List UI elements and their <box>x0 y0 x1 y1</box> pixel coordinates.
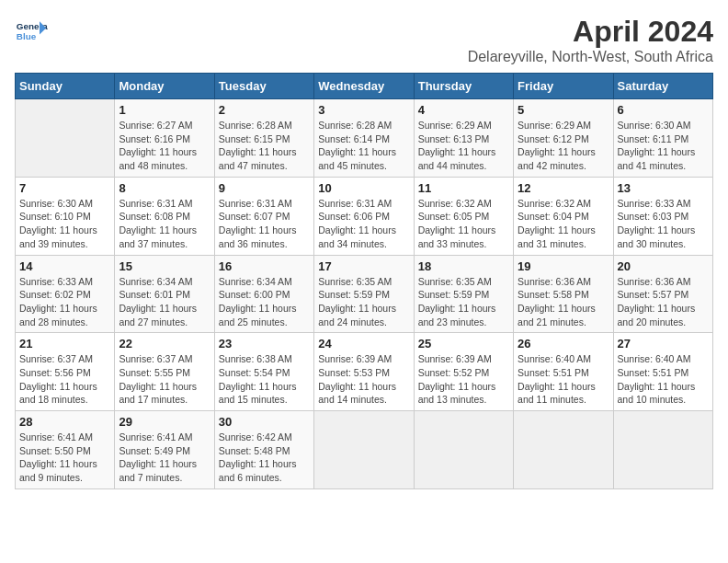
day-number: 8 <box>119 181 210 195</box>
calendar-header: General Blue April 2024 Delareyville, No… <box>15 15 713 65</box>
day-number: 17 <box>318 259 409 273</box>
day-info: Sunrise: 6:30 AM Sunset: 6:11 PM Dayligh… <box>618 119 709 173</box>
day-info: Sunrise: 6:31 AM Sunset: 6:07 PM Dayligh… <box>219 197 310 251</box>
day-info: Sunrise: 6:40 AM Sunset: 5:51 PM Dayligh… <box>618 352 709 407</box>
col-friday: Friday <box>514 74 613 99</box>
day-number: 27 <box>618 337 709 350</box>
day-info: Sunrise: 6:37 AM Sunset: 5:56 PM Dayligh… <box>19 352 110 407</box>
day-number: 23 <box>219 337 310 350</box>
calendar-week-3: 14Sunrise: 6:33 AM Sunset: 6:02 PM Dayli… <box>16 255 713 333</box>
title-area: April 2024 Delareyville, North-West, Sou… <box>468 15 713 65</box>
day-info: Sunrise: 6:36 AM Sunset: 5:57 PM Dayligh… <box>618 275 709 329</box>
calendar-cell: 13Sunrise: 6:33 AM Sunset: 6:03 PM Dayli… <box>613 177 712 255</box>
day-number: 6 <box>618 103 709 117</box>
calendar-cell: 20Sunrise: 6:36 AM Sunset: 5:57 PM Dayli… <box>613 255 712 333</box>
day-info: Sunrise: 6:41 AM Sunset: 5:50 PM Dayligh… <box>19 431 110 485</box>
calendar-week-2: 7Sunrise: 6:30 AM Sunset: 6:10 PM Daylig… <box>16 177 713 255</box>
header-row: Sunday Monday Tuesday Wednesday Thursday… <box>16 74 713 99</box>
day-number: 9 <box>219 181 310 195</box>
calendar-cell <box>16 99 115 178</box>
day-info: Sunrise: 6:32 AM Sunset: 6:04 PM Dayligh… <box>518 197 609 251</box>
col-monday: Monday <box>115 74 214 99</box>
day-number: 19 <box>518 259 609 273</box>
calendar-cell: 10Sunrise: 6:31 AM Sunset: 6:06 PM Dayli… <box>314 177 414 255</box>
day-number: 26 <box>518 337 609 350</box>
day-number: 11 <box>418 181 509 195</box>
day-info: Sunrise: 6:33 AM Sunset: 6:03 PM Dayligh… <box>618 197 709 251</box>
calendar-cell: 18Sunrise: 6:35 AM Sunset: 5:59 PM Dayli… <box>414 255 513 333</box>
day-info: Sunrise: 6:40 AM Sunset: 5:51 PM Dayligh… <box>518 352 609 407</box>
calendar-cell: 25Sunrise: 6:39 AM Sunset: 5:52 PM Dayli… <box>414 333 513 411</box>
calendar-cell: 22Sunrise: 6:37 AM Sunset: 5:55 PM Dayli… <box>115 333 214 411</box>
calendar-cell: 11Sunrise: 6:32 AM Sunset: 6:05 PM Dayli… <box>414 177 513 255</box>
col-thursday: Thursday <box>414 74 513 99</box>
calendar-body: 1Sunrise: 6:27 AM Sunset: 6:16 PM Daylig… <box>16 99 713 489</box>
calendar-cell: 4Sunrise: 6:29 AM Sunset: 6:13 PM Daylig… <box>414 99 513 178</box>
day-info: Sunrise: 6:34 AM Sunset: 6:01 PM Dayligh… <box>119 275 210 329</box>
calendar-table: Sunday Monday Tuesday Wednesday Thursday… <box>15 73 713 489</box>
col-tuesday: Tuesday <box>214 74 313 99</box>
calendar-week-5: 28Sunrise: 6:41 AM Sunset: 5:50 PM Dayli… <box>16 411 713 489</box>
day-info: Sunrise: 6:39 AM Sunset: 5:52 PM Dayligh… <box>418 352 509 407</box>
day-info: Sunrise: 6:33 AM Sunset: 6:02 PM Dayligh… <box>19 275 110 329</box>
day-info: Sunrise: 6:31 AM Sunset: 6:06 PM Dayligh… <box>318 197 409 251</box>
calendar-cell: 8Sunrise: 6:31 AM Sunset: 6:08 PM Daylig… <box>115 177 214 255</box>
calendar-cell: 12Sunrise: 6:32 AM Sunset: 6:04 PM Dayli… <box>514 177 613 255</box>
calendar-week-1: 1Sunrise: 6:27 AM Sunset: 6:16 PM Daylig… <box>16 99 713 178</box>
day-info: Sunrise: 6:28 AM Sunset: 6:14 PM Dayligh… <box>318 119 409 173</box>
calendar-cell: 7Sunrise: 6:30 AM Sunset: 6:10 PM Daylig… <box>16 177 115 255</box>
svg-text:Blue: Blue <box>17 31 37 41</box>
calendar-week-4: 21Sunrise: 6:37 AM Sunset: 5:56 PM Dayli… <box>16 333 713 411</box>
day-info: Sunrise: 6:37 AM Sunset: 5:55 PM Dayligh… <box>119 352 210 407</box>
calendar-cell <box>414 411 513 489</box>
day-number: 3 <box>318 103 409 117</box>
col-sunday: Sunday <box>16 74 115 99</box>
day-number: 4 <box>418 103 509 117</box>
logo-icon: General Blue <box>15 15 48 48</box>
day-info: Sunrise: 6:30 AM Sunset: 6:10 PM Dayligh… <box>19 197 110 251</box>
calendar-cell: 16Sunrise: 6:34 AM Sunset: 6:00 PM Dayli… <box>214 255 313 333</box>
day-number: 18 <box>418 259 509 273</box>
day-number: 10 <box>318 181 409 195</box>
day-info: Sunrise: 6:41 AM Sunset: 5:49 PM Dayligh… <box>119 431 210 485</box>
day-number: 20 <box>618 259 709 273</box>
calendar-cell: 2Sunrise: 6:28 AM Sunset: 6:15 PM Daylig… <box>214 99 313 178</box>
day-number: 29 <box>119 415 210 429</box>
day-info: Sunrise: 6:39 AM Sunset: 5:53 PM Dayligh… <box>318 352 409 407</box>
day-info: Sunrise: 6:42 AM Sunset: 5:48 PM Dayligh… <box>219 431 310 485</box>
calendar-cell: 24Sunrise: 6:39 AM Sunset: 5:53 PM Dayli… <box>314 333 414 411</box>
calendar-cell <box>514 411 613 489</box>
day-number: 15 <box>119 259 210 273</box>
day-number: 13 <box>618 181 709 195</box>
day-number: 2 <box>219 103 310 117</box>
day-info: Sunrise: 6:31 AM Sunset: 6:08 PM Dayligh… <box>119 197 210 251</box>
day-info: Sunrise: 6:34 AM Sunset: 6:00 PM Dayligh… <box>219 275 310 329</box>
calendar-cell: 9Sunrise: 6:31 AM Sunset: 6:07 PM Daylig… <box>214 177 313 255</box>
calendar-cell: 1Sunrise: 6:27 AM Sunset: 6:16 PM Daylig… <box>115 99 214 178</box>
day-info: Sunrise: 6:27 AM Sunset: 6:16 PM Dayligh… <box>119 119 210 173</box>
day-info: Sunrise: 6:28 AM Sunset: 6:15 PM Dayligh… <box>219 119 310 173</box>
calendar-cell: 21Sunrise: 6:37 AM Sunset: 5:56 PM Dayli… <box>16 333 115 411</box>
calendar-cell: 5Sunrise: 6:29 AM Sunset: 6:12 PM Daylig… <box>514 99 613 178</box>
day-number: 25 <box>418 337 509 350</box>
day-number: 5 <box>518 103 609 117</box>
calendar-cell <box>613 411 712 489</box>
day-number: 22 <box>119 337 210 350</box>
day-info: Sunrise: 6:32 AM Sunset: 6:05 PM Dayligh… <box>418 197 509 251</box>
day-number: 21 <box>19 337 110 350</box>
calendar-cell: 29Sunrise: 6:41 AM Sunset: 5:49 PM Dayli… <box>115 411 214 489</box>
day-number: 7 <box>19 181 110 195</box>
calendar-cell: 17Sunrise: 6:35 AM Sunset: 5:59 PM Dayli… <box>314 255 414 333</box>
col-saturday: Saturday <box>613 74 712 99</box>
calendar-cell: 26Sunrise: 6:40 AM Sunset: 5:51 PM Dayli… <box>514 333 613 411</box>
day-info: Sunrise: 6:35 AM Sunset: 5:59 PM Dayligh… <box>418 275 509 329</box>
day-number: 12 <box>518 181 609 195</box>
day-info: Sunrise: 6:35 AM Sunset: 5:59 PM Dayligh… <box>318 275 409 329</box>
calendar-cell <box>314 411 414 489</box>
day-number: 24 <box>318 337 409 350</box>
logo: General Blue <box>15 15 48 48</box>
day-info: Sunrise: 6:29 AM Sunset: 6:12 PM Dayligh… <box>518 119 609 173</box>
calendar-cell: 3Sunrise: 6:28 AM Sunset: 6:14 PM Daylig… <box>314 99 414 178</box>
day-number: 14 <box>19 259 110 273</box>
col-wednesday: Wednesday <box>314 74 414 99</box>
